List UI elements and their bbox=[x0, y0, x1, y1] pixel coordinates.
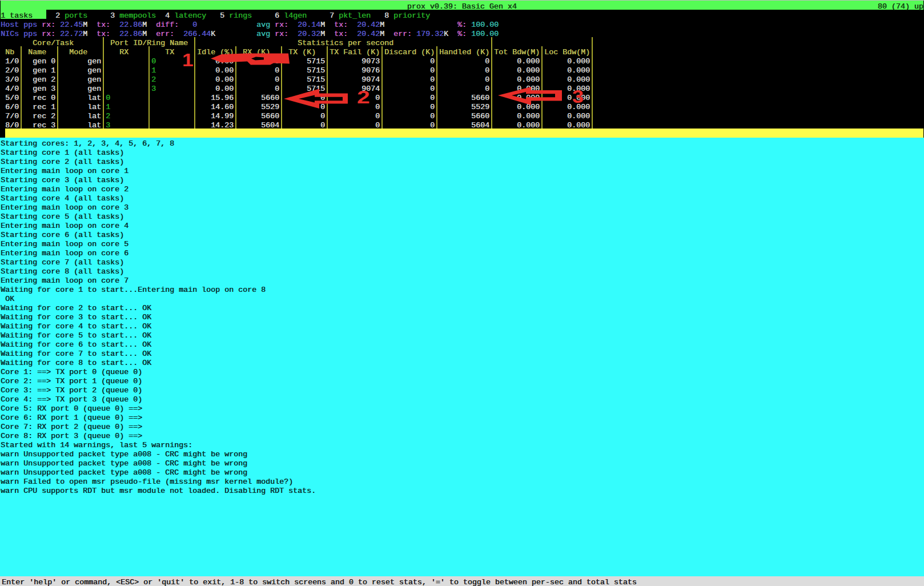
svg-text:3: 3 bbox=[572, 86, 584, 107]
svg-text:2: 2 bbox=[357, 87, 370, 107]
svg-text:1: 1 bbox=[182, 50, 194, 70]
